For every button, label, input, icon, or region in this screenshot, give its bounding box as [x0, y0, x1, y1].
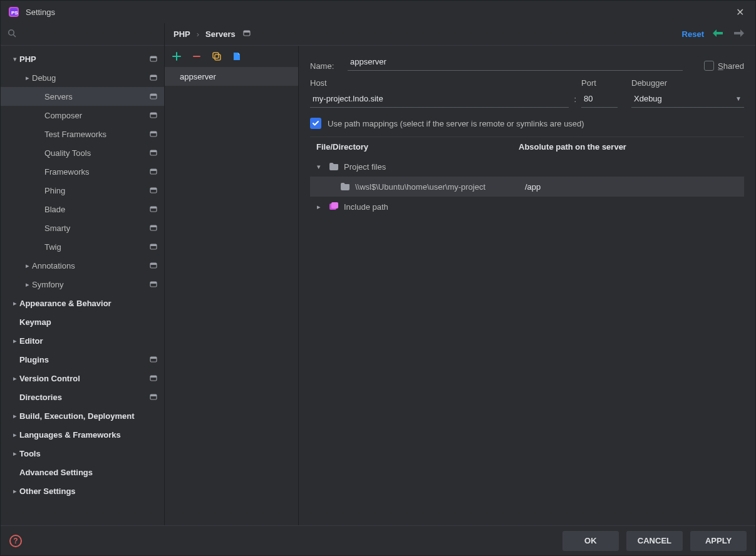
name-label: Name: — [310, 61, 343, 71]
include-path-label: Include path — [344, 202, 388, 212]
apply-button[interactable]: APPLY — [690, 531, 747, 551]
project-scope-icon — [149, 111, 158, 120]
sidebar-item[interactable]: ▸Appearance & Behavior — [1, 294, 164, 312]
sidebar-item[interactable]: ▸Directories — [1, 388, 164, 406]
remove-server-button[interactable] — [191, 51, 202, 62]
sidebar-item-label: Smarty — [44, 224, 145, 233]
sidebar-item-label: Symfony — [32, 280, 145, 289]
sidebar-item-label: PHP — [19, 54, 145, 64]
remote-path[interactable]: /app — [525, 182, 744, 192]
svg-text:PS: PS — [11, 10, 18, 16]
sidebar-search[interactable] — [1, 23, 164, 46]
ok-button[interactable]: OK — [562, 531, 619, 551]
sidebar-item[interactable]: ▸Phing — [1, 181, 164, 200]
sidebar-item[interactable]: ▸Annotations — [1, 256, 164, 275]
sidebar-item-label: Twig — [44, 242, 145, 252]
sidebar-item[interactable]: ▸Other Settings — [1, 481, 164, 500]
search-icon — [7, 28, 17, 40]
help-icon[interactable]: ? — [9, 535, 22, 547]
host-input[interactable] — [310, 90, 569, 108]
sidebar-item[interactable]: ▸Smarty — [1, 219, 164, 237]
chevron-right-icon: ▸ — [11, 374, 19, 383]
add-server-button[interactable] — [171, 51, 182, 62]
breadcrumb-root[interactable]: PHP — [173, 29, 190, 39]
sidebar-item[interactable]: ▸Quality Tools — [1, 143, 164, 162]
nav-forward-icon[interactable] — [732, 29, 747, 39]
host-port-separator: : — [569, 95, 581, 108]
use-path-mappings-checkbox[interactable] — [310, 118, 321, 129]
sidebar-item[interactable]: ▾PHP — [1, 49, 164, 68]
sidebar-item-label: Debug — [32, 73, 145, 83]
svg-rect-42 — [331, 202, 338, 209]
svg-rect-26 — [150, 244, 157, 246]
checkbox-icon — [704, 61, 714, 71]
sidebar-item[interactable]: ▸Languages & Frameworks — [1, 425, 164, 444]
sidebar-item-label: Frameworks — [44, 167, 145, 177]
sidebar-item-label: Plugins — [19, 355, 145, 364]
include-path-row[interactable]: ▸ Include path — [310, 197, 744, 217]
folder-icon — [339, 182, 351, 191]
settings-sidebar: ▾PHP▸Debug▸Servers▸Composer▸Test Framewo… — [1, 23, 165, 525]
svg-rect-24 — [150, 225, 157, 227]
import-server-button[interactable] — [231, 51, 242, 62]
sidebar-item-label: Advanced Settings — [19, 468, 158, 477]
mapping-row[interactable]: \\wsl$\Ubuntu\home\user\my-project /app — [310, 177, 744, 197]
reset-link[interactable]: Reset — [682, 29, 704, 39]
chevron-down-icon[interactable]: ▾ — [314, 163, 324, 171]
project-scope-icon — [149, 355, 158, 364]
project-scope-icon — [149, 393, 158, 401]
sidebar-item[interactable]: ▸Build, Execution, Deployment — [1, 406, 164, 425]
sidebar-item[interactable]: ▸Servers — [1, 87, 164, 106]
server-form: Name: Shared Host : Port — [299, 46, 755, 525]
chevron-right-icon: ▸ — [11, 450, 19, 458]
sidebar-item-label: Phing — [44, 186, 145, 195]
svg-rect-6 — [150, 56, 157, 58]
svg-rect-14 — [150, 131, 157, 133]
dialog-footer: ? OK CANCEL APPLY — [1, 525, 755, 555]
local-path: \\wsl$\Ubuntu\home\user\my-project — [355, 182, 485, 192]
sidebar-item[interactable]: ▸Version Control — [1, 369, 164, 388]
cancel-button[interactable]: CANCEL — [626, 531, 683, 551]
sidebar-item[interactable]: ▸Blade — [1, 200, 164, 219]
sidebar-item-label: Editor — [19, 336, 158, 346]
sidebar-item[interactable]: ▸Plugins — [1, 350, 164, 369]
column-absolute-path: Absolute path on the server — [519, 142, 738, 152]
sidebar-item[interactable]: ▸Editor — [1, 331, 164, 350]
copy-server-button[interactable] — [211, 51, 222, 62]
sidebar-item-label: Composer — [44, 111, 145, 120]
phpstorm-app-icon: PS — [8, 6, 19, 18]
sidebar-item[interactable]: ▸Symfony — [1, 275, 164, 294]
svg-rect-16 — [150, 150, 157, 152]
sidebar-item[interactable]: ▸Keymap — [1, 312, 164, 331]
sidebar-item[interactable]: ▸Advanced Settings — [1, 463, 164, 481]
sidebar-item[interactable]: ▸Twig — [1, 237, 164, 256]
sidebar-item[interactable]: ▸Composer — [1, 106, 164, 125]
sidebar-item[interactable]: ▸Debug — [1, 68, 164, 87]
host-label: Host — [310, 78, 569, 88]
svg-rect-39 — [213, 53, 219, 58]
project-scope-icon — [149, 92, 158, 101]
shared-checkbox[interactable]: Shared — [704, 61, 744, 71]
sidebar-item[interactable]: ▸Frameworks — [1, 162, 164, 181]
project-scope-icon — [149, 242, 158, 251]
project-scope-icon — [149, 73, 158, 82]
sidebar-item[interactable]: ▸Tools — [1, 444, 164, 463]
name-input[interactable] — [348, 53, 683, 71]
sidebar-item[interactable]: ▸Test Frameworks — [1, 125, 164, 143]
sidebar-item-label: Test Frameworks — [44, 130, 145, 139]
debugger-select[interactable]: Xdebug ▼ — [631, 90, 744, 108]
server-list-item[interactable]: appserver — [165, 67, 298, 86]
chevron-down-icon: ▾ — [11, 55, 19, 63]
project-scope-icon — [149, 224, 158, 232]
debugger-value: Xdebug — [634, 94, 662, 103]
svg-rect-34 — [150, 376, 157, 378]
use-path-mappings-label: Use path mappings (select if the server … — [328, 119, 584, 128]
port-input[interactable] — [581, 90, 618, 108]
chevron-right-icon[interactable]: ▸ — [314, 203, 324, 211]
project-files-row[interactable]: ▾ Project files — [310, 157, 744, 177]
project-scope-icon — [149, 148, 158, 157]
nav-back-icon[interactable] — [710, 29, 725, 39]
sidebar-item-label: Version Control — [19, 374, 145, 383]
close-icon[interactable]: ✕ — [732, 4, 748, 21]
chevron-right-icon: ▸ — [11, 431, 19, 439]
